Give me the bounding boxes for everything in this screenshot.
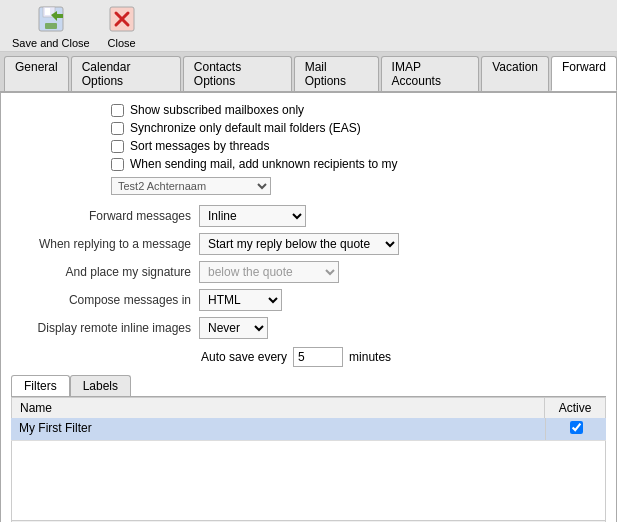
- autosave-input[interactable]: 5: [293, 347, 343, 367]
- save-icon: [35, 3, 67, 35]
- tab-forward[interactable]: Forward: [551, 56, 617, 91]
- display-remote-select[interactable]: Never Always Ask: [199, 317, 268, 339]
- sync-default-label: Synchronize only default mail folders (E…: [130, 121, 361, 135]
- tab-imap[interactable]: IMAP Accounts: [381, 56, 480, 91]
- save-close-button[interactable]: Save and Close: [8, 1, 94, 51]
- filter-active-cell: [546, 418, 606, 440]
- reply-label: When replying to a message: [11, 237, 191, 251]
- forward-messages-row: Forward messages Inline As attachment: [11, 205, 606, 227]
- signature-label: And place my signature: [11, 265, 191, 279]
- signature-row: And place my signature below the quote a…: [11, 261, 606, 283]
- col-name-header: Name: [12, 398, 545, 418]
- sync-default-row: Synchronize only default mail folders (E…: [111, 121, 606, 135]
- close-icon: [106, 3, 138, 35]
- reply-row: When replying to a message Start my repl…: [11, 233, 606, 255]
- add-unknown-label: When sending mail, add unknown recipient…: [130, 157, 397, 171]
- svg-rect-4: [45, 23, 57, 29]
- autosave-unit: minutes: [349, 350, 391, 364]
- sub-tabs-bar: Filters Labels: [11, 375, 606, 397]
- filter-table-header: Name Active: [11, 397, 606, 418]
- tab-contacts[interactable]: Contacts Options: [183, 56, 292, 91]
- recipient-dropdown-row: Test2 Achternaam: [111, 177, 606, 195]
- show-subscribed-label: Show subscribed mailboxes only: [130, 103, 304, 117]
- forward-messages-label: Forward messages: [11, 209, 191, 223]
- form-rows: Forward messages Inline As attachment Wh…: [11, 205, 606, 339]
- add-unknown-row: When sending mail, add unknown recipient…: [111, 157, 606, 171]
- tab-mail[interactable]: Mail Options: [294, 56, 379, 91]
- filter-active-checkbox[interactable]: [570, 421, 583, 434]
- sort-threads-label: Sort messages by threads: [130, 139, 269, 153]
- svg-rect-2: [45, 8, 50, 15]
- compose-label: Compose messages in: [11, 293, 191, 307]
- toolbar: Save and Close Close: [0, 0, 617, 52]
- subtab-filters[interactable]: Filters: [11, 375, 70, 396]
- sort-threads-checkbox[interactable]: [111, 140, 124, 153]
- compose-select[interactable]: HTML Plain Text: [199, 289, 282, 311]
- autosave-row: Auto save every 5 minutes: [201, 347, 606, 367]
- show-subscribed-checkbox[interactable]: [111, 104, 124, 117]
- close-button[interactable]: Close: [102, 1, 142, 51]
- sort-threads-row: Sort messages by threads: [111, 139, 606, 153]
- compose-row: Compose messages in HTML Plain Text: [11, 289, 606, 311]
- forward-messages-select[interactable]: Inline As attachment: [199, 205, 306, 227]
- tab-calendar[interactable]: Calendar Options: [71, 56, 181, 91]
- tab-vacation[interactable]: Vacation: [481, 56, 549, 91]
- recipient-dropdown[interactable]: Test2 Achternaam: [111, 177, 271, 195]
- main-content: Show subscribed mailboxes only Synchroni…: [0, 93, 617, 522]
- tabs-bar: General Calendar Options Contacts Option…: [0, 52, 617, 93]
- display-remote-label: Display remote inline images: [11, 321, 191, 335]
- tab-general[interactable]: General: [4, 56, 69, 91]
- options-section: Show subscribed mailboxes only Synchroni…: [11, 103, 606, 195]
- col-active-header: Active: [545, 398, 605, 418]
- add-unknown-checkbox[interactable]: [111, 158, 124, 171]
- filter-name-cell: My First Filter: [11, 418, 546, 440]
- reply-select[interactable]: Start my reply below the quote Start my …: [199, 233, 399, 255]
- autosave-label: Auto save every: [201, 350, 287, 364]
- filter-row[interactable]: My First Filter: [11, 418, 606, 441]
- filter-empty-area: [11, 441, 606, 521]
- display-remote-row: Display remote inline images Never Alway…: [11, 317, 606, 339]
- signature-select[interactable]: below the quote above the quote: [199, 261, 339, 283]
- sync-default-checkbox[interactable]: [111, 122, 124, 135]
- show-subscribed-row: Show subscribed mailboxes only: [111, 103, 606, 117]
- close-label: Close: [108, 37, 136, 49]
- save-close-label: Save and Close: [12, 37, 90, 49]
- subtab-labels[interactable]: Labels: [70, 375, 131, 396]
